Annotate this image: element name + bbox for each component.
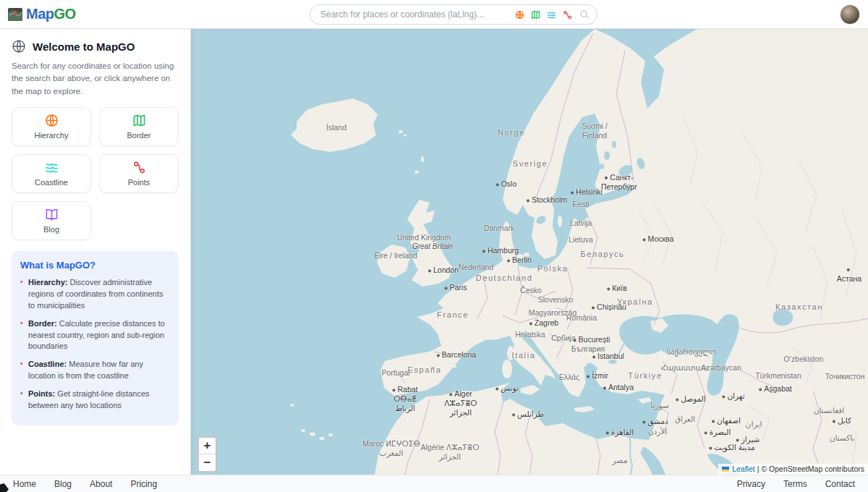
info-box: What is MapGO? •Hierarchy: Discover admi…: [12, 251, 179, 425]
logo-text-map: Map: [26, 6, 54, 22]
feature-card-hierarchy[interactable]: Hierarchy: [12, 107, 91, 146]
coastline-waves-icon[interactable]: [547, 10, 556, 20]
footer-left-links: Home Blog About Pricing: [13, 479, 157, 489]
footer-link-contact[interactable]: Contact: [825, 479, 855, 489]
footer-link-home[interactable]: Home: [13, 479, 36, 489]
search-bar[interactable]: [310, 4, 597, 25]
leaflet-link[interactable]: Leaflet: [732, 465, 755, 473]
zoom-out-button[interactable]: −: [199, 454, 216, 471]
bullet-icon: •: [20, 359, 23, 370]
info-item-border: •Border: Calculate precise distances to …: [20, 318, 170, 353]
hierarchy-globe-icon[interactable]: [515, 10, 524, 20]
footer-link-privacy[interactable]: Privacy: [737, 479, 765, 489]
info-item-hierarchy: •Hierarchy: Discover administrative regi…: [20, 277, 170, 312]
footer-bar: Home Blog About Pricing Privacy Terms Co…: [0, 475, 868, 492]
waves-icon: [45, 161, 59, 174]
sidebar-panel: Welcome to MapGO Search for any coordina…: [0, 29, 191, 475]
osm-attribution: © OpenStreetMap contributors: [761, 465, 864, 473]
feature-label: Coastline: [35, 178, 68, 187]
footer-right-links: Privacy Terms Contact: [737, 479, 855, 489]
main-area: Welcome to MapGO Search for any coordina…: [0, 29, 868, 475]
footer-link-about[interactable]: About: [90, 479, 112, 489]
logo[interactable]: MapGO: [0, 6, 76, 22]
corner-decoration: [0, 483, 9, 492]
bullet-icon: •: [20, 318, 23, 329]
globe-icon: [45, 114, 59, 127]
search-input[interactable]: [320, 9, 515, 20]
map-icon: [132, 114, 146, 127]
user-avatar[interactable]: [841, 5, 859, 24]
border-map-icon[interactable]: [531, 10, 540, 20]
book-icon: [45, 208, 59, 221]
feature-grid: Hierarchy Border Coastline Points: [12, 107, 179, 240]
logo-text-go: GO: [54, 6, 76, 22]
points-icon[interactable]: [563, 10, 572, 20]
top-navbar: MapGO: [0, 0, 868, 29]
feature-card-border[interactable]: Border: [99, 107, 179, 146]
bullet-icon: •: [20, 277, 23, 288]
feature-card-blog[interactable]: Blog: [12, 201, 91, 240]
logo-icon: [7, 7, 23, 22]
footer-link-terms[interactable]: Terms: [783, 479, 807, 489]
points-icon: [132, 161, 146, 174]
zoom-in-button[interactable]: +: [199, 438, 216, 454]
feature-label: Border: [127, 131, 150, 140]
feature-card-points[interactable]: Points: [99, 154, 179, 193]
map-canvas[interactable]: ÍslandNorgeSuomi / FinlandSverigeOsloSto…: [191, 29, 868, 475]
sidebar-title: Welcome to MapGO: [33, 41, 135, 53]
logo-text: MapGO: [26, 6, 76, 22]
info-item-coastline: •Coastline: Measure how far any location…: [20, 359, 170, 382]
search-icon[interactable]: [579, 9, 590, 20]
search-feature-icons: [515, 10, 572, 20]
sidebar-description: Search for any coordinates or location u…: [12, 60, 179, 98]
zoom-control: + −: [197, 436, 217, 472]
bullet-icon: •: [20, 389, 23, 399]
footer-link-blog[interactable]: Blog: [54, 479, 72, 489]
attribution-separator: |: [757, 465, 760, 473]
feature-label: Points: [128, 178, 150, 187]
footer-link-pricing[interactable]: Pricing: [130, 479, 157, 489]
ukraine-flag-icon: [722, 467, 729, 472]
map-attribution: Leaflet | © OpenStreetMap contributors: [718, 464, 868, 475]
feature-label: Blog: [43, 225, 59, 234]
feature-label: Hierarchy: [34, 131, 68, 140]
map-basemap: [191, 29, 868, 475]
info-item-points: •Points: Get straight-line distances bet…: [20, 389, 170, 412]
info-box-title: What is MapGO?: [20, 260, 170, 271]
feature-card-coastline[interactable]: Coastline: [12, 154, 91, 193]
globe-icon: [12, 39, 26, 54]
